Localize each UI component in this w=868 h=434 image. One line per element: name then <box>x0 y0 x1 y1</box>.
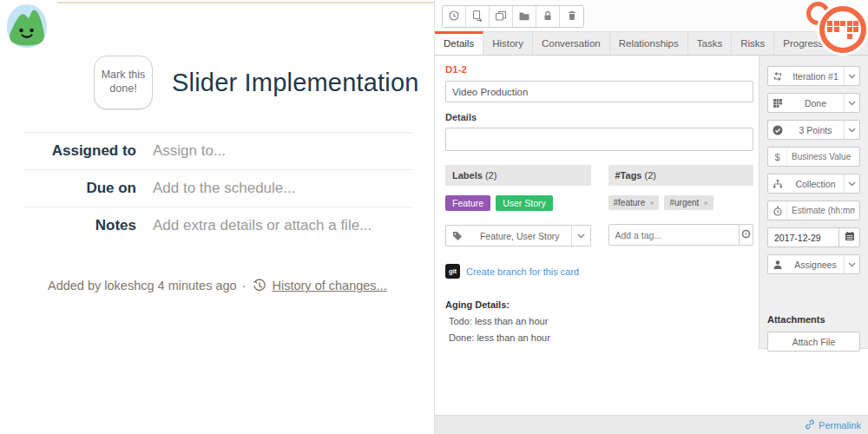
business-value-input[interactable] <box>787 152 859 161</box>
add-tag-row <box>608 224 754 246</box>
tags-count: (2) <box>645 170 656 181</box>
todo-fields: Assigned to Assign to... Due on Add to t… <box>24 132 413 244</box>
dot-separator: · <box>242 279 247 293</box>
assigned-to-row[interactable]: Assigned to Assign to... <box>24 132 413 169</box>
chevron-down-icon <box>844 94 859 112</box>
lock-icon <box>542 10 554 24</box>
trash-icon <box>566 10 578 24</box>
chevron-down-icon <box>844 121 859 139</box>
points-button[interactable]: 3 Points <box>767 120 860 140</box>
planned-date-row <box>767 227 860 247</box>
tab-history[interactable]: History <box>483 32 533 55</box>
iteration-button[interactable]: Iteration #1 <box>767 66 860 86</box>
card-footer: Permalink <box>435 415 868 434</box>
tags-title: #Tags <box>615 170 642 181</box>
card-sidebar: Iteration #1 Done <box>759 56 868 349</box>
label-chip-user-story[interactable]: User Story <box>496 195 553 211</box>
date-input[interactable] <box>767 227 838 247</box>
assigned-to-label: Assigned to <box>24 142 153 160</box>
iteration-icon <box>768 71 787 82</box>
check-circle-icon <box>768 125 787 135</box>
collection-row: Collection <box>767 174 860 194</box>
git-branch-row: git Create branch for this card <box>445 264 753 279</box>
due-on-value[interactable]: Add to the schedule... <box>153 180 295 197</box>
state-row: Done <box>767 93 860 113</box>
todo-meta-footer: Added by lokeshcg 4 minutes ago · Histor… <box>48 279 434 293</box>
permalink-icon <box>805 419 815 431</box>
notes-label: Notes <box>24 217 153 234</box>
remove-tag-icon[interactable]: × <box>703 199 707 207</box>
calendar-button[interactable] <box>838 227 860 247</box>
labels-dropdown[interactable]: Feature, User Story <box>445 225 591 247</box>
aging-title: Aging Details: <box>445 299 753 310</box>
labels-title: Labels <box>452 170 483 181</box>
targetprocess-logo-icon[interactable] <box>804 0 868 59</box>
card-name-input[interactable] <box>445 81 753 102</box>
estimate-field[interactable] <box>767 201 860 220</box>
tab-relationships[interactable]: Relationships <box>610 32 688 55</box>
mark-done-label-line2: done! <box>109 82 136 96</box>
points-row: 3 Points <box>767 120 860 140</box>
mark-done-button[interactable]: Mark this done! <box>94 56 153 109</box>
top-border-line <box>57 2 434 3</box>
estimate-input[interactable] <box>787 206 859 215</box>
assigned-to-value[interactable]: Assign to... <box>153 142 226 160</box>
tags-header: #Tags (2) <box>608 165 754 186</box>
mark-done-label-line1: Mark this <box>102 69 146 82</box>
aging-done: Done: less than an hour <box>445 332 753 343</box>
plus-circle-icon <box>741 228 751 241</box>
add-tag-button[interactable] <box>740 224 754 246</box>
history-button[interactable] <box>443 6 466 27</box>
notes-value[interactable]: Add extra details or attach a file... <box>153 217 372 234</box>
git-icon: git <box>445 264 460 279</box>
aging-details: Aging Details: Todo: less than an hour D… <box>445 299 753 343</box>
remove-tag-icon[interactable]: × <box>649 199 654 207</box>
permalink-link[interactable]: Permalink <box>819 420 861 431</box>
notes-row[interactable]: Notes Add extra details or attach a file… <box>24 207 413 244</box>
move-to-folder-button[interactable] <box>513 6 536 27</box>
person-icon <box>768 260 787 270</box>
tab-tasks[interactable]: Tasks <box>688 32 732 55</box>
labels-count: (2) <box>485 170 496 181</box>
labels-header: Labels (2) <box>445 165 591 186</box>
tab-risks[interactable]: Risks <box>732 32 774 55</box>
basecamp-logo-icon[interactable] <box>5 3 49 49</box>
tags-column: #Tags (2) #feature × #urgent × <box>608 165 754 247</box>
stopwatch-icon <box>768 201 787 220</box>
permissions-button[interactable] <box>536 6 560 27</box>
aging-todo: Todo: less than an hour <box>445 316 753 326</box>
create-branch-link[interactable]: Create branch for this card <box>466 266 579 277</box>
state-button[interactable]: Done <box>767 93 860 113</box>
iteration-value: Iteration #1 <box>787 71 844 82</box>
calendar-icon <box>845 231 855 244</box>
tag-chip-feature-text: #feature <box>614 198 646 207</box>
label-chip-feature[interactable]: Feature <box>445 195 490 211</box>
labels-column: Labels (2) Feature User Story Feature, U… <box>445 165 591 247</box>
tab-details[interactable]: Details <box>435 31 483 55</box>
business-value-field[interactable]: $ <box>767 147 860 167</box>
add-tag-input[interactable] <box>608 224 740 246</box>
assignees-button[interactable]: Assignees <box>767 254 860 274</box>
convert-button[interactable] <box>466 6 490 27</box>
due-on-label: Due on <box>24 180 153 197</box>
delete-button[interactable] <box>560 6 583 27</box>
attach-file-button[interactable]: Attach File <box>767 332 860 352</box>
tag-icon <box>446 231 469 241</box>
due-on-row[interactable]: Due on Add to the schedule... <box>24 169 413 207</box>
tag-chip-feature[interactable]: #feature × <box>608 195 660 210</box>
tab-conversation[interactable]: Conversation <box>533 32 610 55</box>
chevron-down-icon <box>571 226 590 246</box>
dollar-icon: $ <box>768 148 787 166</box>
copy-button[interactable] <box>490 6 513 27</box>
business-value-row: $ <box>767 147 860 167</box>
card-id[interactable]: D1-2 <box>445 64 753 75</box>
history-of-changes-link[interactable]: History of changes... <box>273 279 387 293</box>
toolbar-button-group <box>442 5 584 28</box>
card-main: D1-2 Details Labels (2) Feature User Sto… <box>445 64 753 343</box>
added-by-text: Added by lokeshcg 4 minutes ago <box>48 279 237 293</box>
chevron-down-icon <box>844 174 859 193</box>
details-input[interactable] <box>445 128 753 151</box>
tag-chip-urgent[interactable]: #urgent × <box>664 195 713 210</box>
collection-button[interactable]: Collection <box>767 174 860 194</box>
iteration-row: Iteration #1 <box>767 66 860 86</box>
